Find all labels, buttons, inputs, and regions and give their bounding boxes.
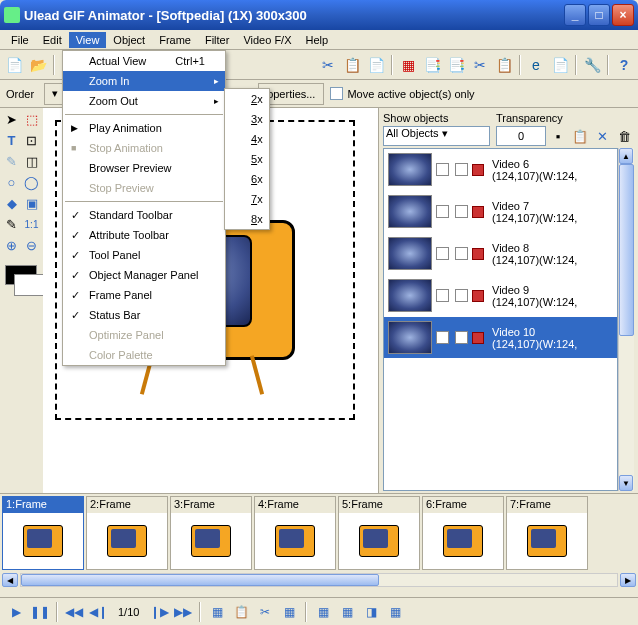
menu-play-animation[interactable]: Play Animation xyxy=(63,118,225,138)
object-list[interactable]: Video 6(124,107)(W:124,Video 7(124,107)(… xyxy=(383,148,618,491)
transform-tool[interactable]: ▣ xyxy=(22,194,41,213)
new-button[interactable]: 📄 xyxy=(3,54,25,76)
zoom-6x[interactable]: 6x xyxy=(225,169,271,189)
color-swatch[interactable] xyxy=(5,265,37,285)
open-button[interactable]: 📂 xyxy=(27,54,49,76)
tool-button[interactable]: ✂ xyxy=(469,54,491,76)
prev-frame-button[interactable]: ◀❙ xyxy=(88,602,108,622)
zoom-in-tool[interactable]: ⊕ xyxy=(2,236,21,255)
minimize-button[interactable]: _ xyxy=(564,4,586,26)
menu-object[interactable]: Object xyxy=(106,32,152,48)
menu-zoom-in[interactable]: Zoom In xyxy=(63,71,225,91)
ellipse-tool[interactable]: ○ xyxy=(2,173,21,192)
next-frame-button[interactable]: ❙▶ xyxy=(149,602,169,622)
frame-strip[interactable]: 1:Frame2:Frame3:Frame4:Frame5:Frame6:Fra… xyxy=(0,494,638,572)
object-visible-checkbox[interactable] xyxy=(436,289,449,302)
tool-button[interactable]: ◨ xyxy=(361,602,381,622)
menu-filter[interactable]: Filter xyxy=(198,32,236,48)
frame-item[interactable]: 3:Frame xyxy=(170,496,252,570)
tool-button[interactable]: ✂ xyxy=(255,602,275,622)
move-active-checkbox[interactable]: Move active object(s) only xyxy=(330,87,474,100)
tool-button[interactable]: 📋 xyxy=(493,54,515,76)
menu-view[interactable]: View xyxy=(69,32,107,48)
menu-frame-panel[interactable]: Frame Panel xyxy=(63,285,225,305)
transparency-apply-icon[interactable]: ▪ xyxy=(548,126,568,146)
frame-item[interactable]: 1:Frame xyxy=(2,496,84,570)
tool-button[interactable]: ▦ xyxy=(279,602,299,622)
frame-item[interactable]: 2:Frame xyxy=(86,496,168,570)
transparency-spinner[interactable]: 0 xyxy=(496,126,546,146)
frame-scroll-thumb[interactable] xyxy=(21,574,379,586)
object-lock-checkbox[interactable] xyxy=(455,205,468,218)
zoom-7x[interactable]: 7x xyxy=(225,189,271,209)
object-visible-checkbox[interactable] xyxy=(436,205,449,218)
menu-frame[interactable]: Frame xyxy=(152,32,198,48)
copy-button[interactable]: 📋 xyxy=(341,54,363,76)
paste-button[interactable]: 📄 xyxy=(365,54,387,76)
pointer-tool[interactable]: ➤ xyxy=(2,110,21,129)
scroll-down-button[interactable]: ▼ xyxy=(619,475,633,491)
tool-button[interactable]: ▦ xyxy=(337,602,357,622)
frame-item[interactable]: 6:Frame xyxy=(422,496,504,570)
menu-standard-toolbar[interactable]: Standard Toolbar xyxy=(63,205,225,225)
help-button[interactable]: ? xyxy=(613,54,635,76)
object-item[interactable]: Video 7(124,107)(W:124, xyxy=(384,191,617,233)
tool-button[interactable]: 📑 xyxy=(421,54,443,76)
menu-file[interactable]: File xyxy=(4,32,36,48)
select-tool[interactable]: ⬚ xyxy=(22,110,41,129)
last-frame-button[interactable]: ▶▶ xyxy=(173,602,193,622)
menu-edit[interactable]: Edit xyxy=(36,32,69,48)
object-item[interactable]: Video 6(124,107)(W:124, xyxy=(384,149,617,191)
close-button[interactable]: × xyxy=(612,4,634,26)
copy-frame-button[interactable]: 📋 xyxy=(231,602,251,622)
object-lock-checkbox[interactable] xyxy=(455,331,468,344)
object-lock-checkbox[interactable] xyxy=(455,247,468,260)
object-lock-checkbox[interactable] xyxy=(455,163,468,176)
show-objects-select[interactable]: All Objects ▾ xyxy=(383,126,490,146)
cut-button[interactable]: ✂ xyxy=(317,54,339,76)
pause-button[interactable]: ❚❚ xyxy=(30,602,50,622)
object-visible-checkbox[interactable] xyxy=(436,163,449,176)
object-item[interactable]: Video 9(124,107)(W:124, xyxy=(384,275,617,317)
brush-tool[interactable]: ✎ xyxy=(2,152,21,171)
fill-tool[interactable]: ◆ xyxy=(2,194,21,213)
zoom-3x[interactable]: 3x xyxy=(225,109,271,129)
menu-status-bar[interactable]: Status Bar xyxy=(63,305,225,325)
menu-zoom-out[interactable]: Zoom Out xyxy=(63,91,225,111)
first-frame-button[interactable]: ◀◀ xyxy=(64,602,84,622)
menu-help[interactable]: Help xyxy=(299,32,336,48)
object-scrollbar[interactable]: ▲ ▼ xyxy=(618,148,634,491)
menu-browser-preview[interactable]: Browser Preview xyxy=(63,158,225,178)
text-tool[interactable]: T xyxy=(2,131,21,150)
tool-button[interactable]: ▦ xyxy=(397,54,419,76)
delete-obj-button[interactable]: ✕ xyxy=(592,126,612,146)
zoom-5x[interactable]: 5x xyxy=(225,149,271,169)
zoom-4x[interactable]: 4x xyxy=(225,129,271,149)
settings-button[interactable]: 🔧 xyxy=(581,54,603,76)
frame-item[interactable]: 4:Frame xyxy=(254,496,336,570)
object-visible-checkbox[interactable] xyxy=(436,331,449,344)
frame-item[interactable]: 5:Frame xyxy=(338,496,420,570)
scroll-left-button[interactable]: ◀ xyxy=(2,573,18,587)
crop-tool[interactable]: ⊡ xyxy=(22,131,41,150)
tool-button[interactable]: ▦ xyxy=(313,602,333,622)
zoom-out-tool[interactable]: ⊖ xyxy=(22,236,41,255)
menu-videofx[interactable]: Video F/X xyxy=(236,32,298,48)
zoom-2x[interactable]: 2x xyxy=(225,89,271,109)
tool-button[interactable]: 📄 xyxy=(549,54,571,76)
frame-scrollbar[interactable]: ◀ ▶ xyxy=(0,572,638,588)
object-lock-checkbox[interactable] xyxy=(455,289,468,302)
menu-object-manager[interactable]: Object Manager Panel xyxy=(63,265,225,285)
browser-button[interactable]: e xyxy=(525,54,547,76)
scroll-thumb[interactable] xyxy=(619,164,634,336)
eyedropper-tool[interactable]: ✎ xyxy=(2,215,21,234)
one-to-one-tool[interactable]: 1:1 xyxy=(22,215,41,234)
object-item[interactable]: Video 8(124,107)(W:124, xyxy=(384,233,617,275)
obj-tool-button[interactable]: 🗑 xyxy=(614,126,634,146)
copy-obj-button[interactable]: 📋 xyxy=(570,126,590,146)
object-item[interactable]: Video 10(124,107)(W:124, xyxy=(384,317,617,359)
frame-item[interactable]: 7:Frame xyxy=(506,496,588,570)
menu-attribute-toolbar[interactable]: Attribute Toolbar xyxy=(63,225,225,245)
object-visible-checkbox[interactable] xyxy=(436,247,449,260)
eraser-tool[interactable]: ◫ xyxy=(22,152,41,171)
